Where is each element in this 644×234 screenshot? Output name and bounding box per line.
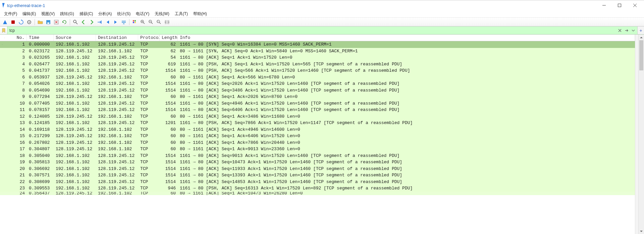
- packet-row[interactable]: 100.077405192.168.1.102128.119.245.12TCP…: [0, 100, 635, 107]
- scroll-track[interactable]: [639, 40, 644, 228]
- cell-time: 0.124085: [27, 114, 54, 119]
- menu-help[interactable]: 帮助(H): [191, 10, 210, 17]
- menu-view[interactable]: 视图(V): [39, 10, 57, 17]
- packet-row[interactable]: 50.041737192.168.1.102128.119.245.12TCP1…: [0, 67, 635, 74]
- col-header-no[interactable]: No.: [5, 35, 27, 41]
- menu-tele[interactable]: 电话(Y): [133, 10, 152, 17]
- vertical-scrollbar[interactable]: [638, 35, 644, 234]
- menu-bar: 文件(F) 编辑(E) 视图(V) 跳转(G) 捕获(C) 分析(A) 统计(S…: [0, 10, 644, 18]
- filter-apply-icon[interactable]: [623, 27, 630, 34]
- zoom-in-icon[interactable]: [139, 18, 147, 26]
- go-to-packet-icon[interactable]: [96, 18, 103, 26]
- auto-scroll-icon[interactable]: [120, 18, 127, 26]
- tree-indicator: [0, 188, 5, 189]
- cell-no: 17: [5, 146, 27, 152]
- menu-stats[interactable]: 统计(S): [114, 10, 133, 17]
- packet-row[interactable]: 190.305813192.168.1.102128.119.245.12TCP…: [0, 159, 635, 166]
- cell-src: 128.119.245.12: [54, 114, 96, 119]
- reload-file-icon[interactable]: [61, 18, 68, 26]
- packet-row[interactable]: 240.356437128.119.245.12192.168.1.102TCP…: [0, 192, 635, 195]
- display-filter-input[interactable]: [7, 26, 616, 34]
- menu-go[interactable]: 跳转(G): [57, 10, 76, 17]
- packet-row[interactable]: 20.023172128.119.245.12192.168.1.102TCP6…: [0, 48, 635, 55]
- capture-options-icon[interactable]: [25, 18, 33, 26]
- cell-no: 18: [5, 153, 27, 159]
- cell-proto: TCP: [138, 107, 160, 113]
- packet-row[interactable]: 90.077294128.119.245.12192.168.1.102TCP6…: [0, 94, 635, 100]
- close-button[interactable]: [627, 0, 643, 10]
- packet-row[interactable]: 60.053937128.119.245.12192.168.1.102TCP6…: [0, 74, 635, 81]
- cell-info: 1161 → 80 [PSH, ACK] Seq=1 Ack=1 Win=175…: [178, 61, 635, 67]
- filter-bookmark-icon[interactable]: [0, 26, 7, 34]
- filter-dropdown-icon[interactable]: [630, 27, 637, 34]
- packet-row[interactable]: 200.306692192.168.1.102128.119.245.12TCP…: [0, 166, 635, 172]
- cell-len: 1514: [160, 101, 178, 106]
- scroll-down-icon[interactable]: [639, 228, 644, 234]
- menu-edit[interactable]: 编辑(E): [20, 10, 39, 17]
- zoom-out-icon[interactable]: [147, 18, 155, 26]
- packet-table-body[interactable]: 10.000000192.168.1.102128.119.245.12TCP6…: [0, 41, 635, 195]
- packet-row[interactable]: 70.054026192.168.1.102128.119.245.12TCP1…: [0, 80, 635, 87]
- cell-proto: TCP: [138, 166, 160, 172]
- scroll-thumb[interactable]: [639, 40, 643, 70]
- go-last-icon[interactable]: [112, 18, 119, 26]
- cell-proto: TCP: [138, 120, 160, 126]
- menu-analyze[interactable]: 分析(A): [96, 10, 114, 17]
- menu-wireless[interactable]: 无线(W): [152, 10, 172, 17]
- packet-row[interactable]: 220.308699192.168.1.102128.119.245.12TCP…: [0, 179, 635, 185]
- start-capture-icon[interactable]: [1, 18, 9, 26]
- packet-row[interactable]: 140.169118128.119.245.12192.168.1.102TCP…: [0, 126, 635, 133]
- resize-columns-icon[interactable]: [163, 18, 171, 26]
- menu-capture[interactable]: 捕获(C): [77, 10, 96, 17]
- packet-row[interactable]: 150.217299128.119.245.12192.168.1.102TCP…: [0, 133, 635, 139]
- packet-row[interactable]: 180.305040192.168.1.102128.119.245.12TCP…: [0, 153, 635, 159]
- col-header-length[interactable]: Length: [160, 35, 178, 41]
- packet-row[interactable]: 230.309553192.168.1.102128.119.245.12TCP…: [0, 185, 635, 192]
- filter-add-button[interactable]: +: [637, 26, 644, 34]
- maximize-button[interactable]: [612, 0, 627, 10]
- packet-row[interactable]: 120.124085128.119.245.12192.168.1.102TCP…: [0, 113, 635, 120]
- packet-row[interactable]: 80.054690192.168.1.102128.119.245.12TCP1…: [0, 87, 635, 94]
- cell-time: 0.169118: [27, 127, 54, 132]
- cell-time: 0.041737: [27, 68, 54, 73]
- col-header-proto[interactable]: Protocol: [138, 35, 160, 41]
- packet-row[interactable]: 210.307571192.168.1.102128.119.245.12TCP…: [0, 172, 635, 179]
- cell-info: 80 → 1161 [ACK] Seq=1 Ack=9013 Win=23360…: [178, 146, 635, 152]
- go-back-icon[interactable]: [80, 18, 87, 26]
- restart-capture-icon[interactable]: [17, 18, 25, 26]
- minimize-button[interactable]: [596, 0, 612, 10]
- cell-len: 1514: [160, 68, 178, 73]
- packet-row[interactable]: 160.267802128.119.245.12192.168.1.102TCP…: [0, 139, 635, 146]
- cell-dst: 128.119.245.12: [96, 87, 138, 93]
- go-forward-icon[interactable]: [88, 18, 95, 26]
- menu-file[interactable]: 文件(F): [1, 10, 20, 17]
- packet-row[interactable]: 10.000000192.168.1.102128.119.245.12TCP6…: [0, 41, 635, 48]
- cell-proto: TCP: [138, 94, 160, 100]
- cell-no: 1: [5, 42, 27, 47]
- open-file-icon[interactable]: [37, 18, 44, 26]
- cell-proto: TCP: [138, 101, 160, 106]
- zoom-reset-icon[interactable]: 1: [155, 18, 163, 26]
- close-file-icon[interactable]: [53, 18, 60, 26]
- scroll-up-icon[interactable]: [639, 35, 644, 40]
- title-bar: tcp-ethereal-trace-1: [0, 0, 644, 10]
- cell-len: 1514: [160, 153, 178, 159]
- menu-tools[interactable]: 工具(T): [172, 10, 191, 17]
- col-header-dest[interactable]: Destination: [96, 35, 138, 41]
- save-file-icon[interactable]: [45, 18, 52, 26]
- colorize-icon[interactable]: [131, 18, 139, 26]
- packet-row[interactable]: 130.124185192.168.1.102128.119.245.12TCP…: [0, 120, 635, 126]
- packet-row[interactable]: 40.026477192.168.1.102128.119.245.12TCP6…: [0, 61, 635, 68]
- col-header-time[interactable]: Time: [27, 35, 54, 41]
- slim-scrollbar[interactable]: [635, 35, 638, 234]
- col-header-source[interactable]: Source: [54, 35, 96, 41]
- packet-row[interactable]: 30.023265192.168.1.102128.119.245.12TCP5…: [0, 54, 635, 61]
- col-header-info[interactable]: Info: [178, 35, 635, 41]
- tree-indicator: [0, 142, 5, 143]
- stop-capture-icon[interactable]: [9, 18, 17, 26]
- packet-row[interactable]: 110.078157192.168.1.102128.119.245.12TCP…: [0, 107, 635, 113]
- go-first-icon[interactable]: [104, 18, 111, 26]
- packet-row[interactable]: 170.304807128.119.245.12192.168.1.102TCP…: [0, 146, 635, 153]
- find-packet-icon[interactable]: [72, 18, 79, 26]
- filter-clear-icon[interactable]: [616, 27, 623, 34]
